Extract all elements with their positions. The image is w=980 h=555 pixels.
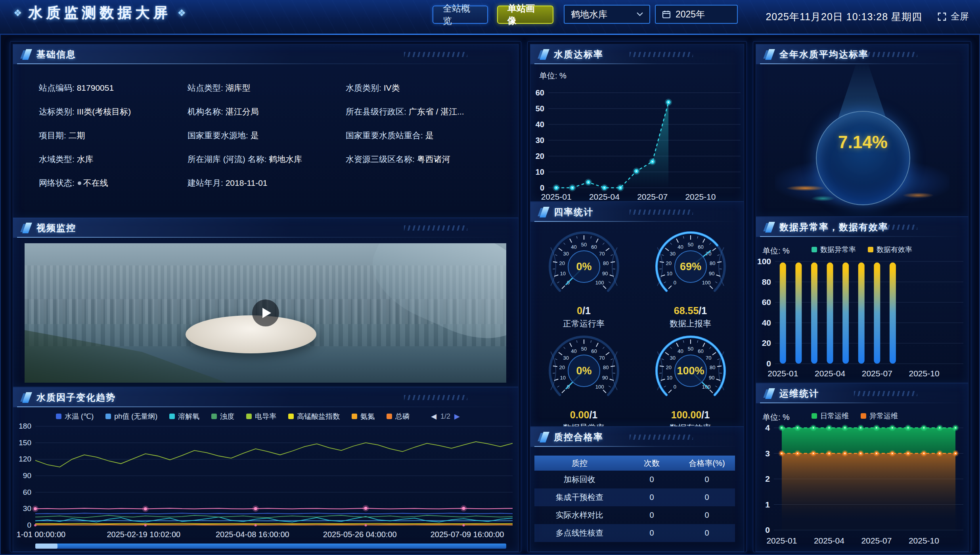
- info-field-value: 鹤地水库: [269, 154, 302, 164]
- svg-text:10: 10: [560, 271, 565, 277]
- svg-text:20: 20: [559, 364, 565, 370]
- legend-label: 总磷: [395, 412, 410, 421]
- nav-single-station-button[interactable]: 单站画像: [497, 6, 553, 24]
- year-picker[interactable]: 2025年: [655, 5, 738, 24]
- gauge-value-numerator: 68.55: [674, 305, 699, 316]
- legend-item-浊度[interactable]: 浊度: [211, 412, 234, 421]
- gauge-数据有效率: 0102030405060708090100100%100.00/1数据有效率: [640, 332, 741, 427]
- svg-text:3: 3: [765, 449, 770, 458]
- svg-text:30: 30: [23, 504, 31, 513]
- orange-glow-decor: [786, 185, 825, 191]
- svg-text:2025-04: 2025-04: [815, 369, 845, 378]
- qc-table-row: 加标回收00: [534, 471, 735, 488]
- trend-chart: 03060901201501805-01-01 00:00:002025-02-…: [16, 423, 519, 542]
- qc-table-cell: 0: [679, 488, 735, 506]
- svg-text:10: 10: [560, 375, 565, 381]
- info-field-value: 广东省 / 湛江...: [409, 107, 464, 116]
- legend-item-日常运维[interactable]: 日常运维: [812, 411, 849, 421]
- legend-item-高锰酸盐指数[interactable]: 高锰酸盐指数: [288, 412, 340, 421]
- info-field-value: 2018-11-01: [226, 178, 268, 187]
- annual-title-bar: 全年水质平均达标率: [756, 44, 968, 64]
- qc-table-cell: 实际水样对比: [534, 506, 625, 524]
- svg-text:10: 10: [536, 168, 544, 176]
- gauge-dial: 01020304050607080901000%: [542, 227, 626, 306]
- info-field-label: 所在湖库 (河流) 名称:: [188, 154, 269, 164]
- info-field-label: 建站年月:: [188, 178, 226, 187]
- svg-text:50: 50: [687, 346, 693, 352]
- qc-table-row: 集成干预检查00: [534, 488, 735, 506]
- ops-area-chart: 012342025-012025-042025-072025-10: [756, 423, 968, 548]
- svg-text:20: 20: [666, 364, 671, 370]
- svg-text:30: 30: [670, 355, 675, 361]
- legend-item-电导率[interactable]: 电导率: [246, 412, 276, 421]
- panel-title-slashes-decor: [630, 52, 693, 57]
- legend-next-arrow-icon[interactable]: ▶: [454, 412, 460, 421]
- legend-swatch: [861, 413, 866, 419]
- legend-swatch: [169, 414, 175, 419]
- legend-label: 日常运维: [820, 411, 849, 421]
- svg-text:40: 40: [536, 120, 544, 129]
- svg-text:20: 20: [536, 152, 544, 160]
- panel-title-slashes-decor: [404, 52, 467, 57]
- validity-legend: 数据异常率数据有效率: [812, 245, 912, 254]
- info-field: 项目期: 二期: [39, 130, 188, 141]
- gauges-title-bar: 四率统计: [530, 202, 744, 222]
- play-button[interactable]: [252, 299, 279, 326]
- legend-prev-arrow-icon[interactable]: ◀: [431, 412, 436, 421]
- legend-item-数据有效率[interactable]: 数据有效率: [868, 245, 912, 254]
- legend-item-氨氮[interactable]: 氨氮: [352, 412, 375, 421]
- info-field: 所在县级行政区: 广东省 / 湛江...: [346, 106, 518, 117]
- panel-title: 水质达标率: [554, 48, 603, 61]
- qc-table-row: 实际水样对比00: [534, 506, 735, 524]
- datetime-text: 2025年11月20日 10:13:28 星期四: [766, 10, 922, 23]
- panel-title-ornament: [540, 432, 549, 442]
- diamond-left-icon: ❖: [13, 8, 22, 19]
- datazoom-handle[interactable]: [35, 544, 57, 549]
- info-field-value: III类(考核目标): [77, 107, 131, 116]
- unit-label: 单位: %: [762, 412, 790, 423]
- dashboard-root: ❖ 水质监测数据大屏 ❖ 全站概览 单站画像 鹤地水库 2025年 2025年1…: [0, 0, 980, 555]
- info-field: 建站年月: 2018-11-01: [188, 177, 346, 189]
- qc-table-cell: 0: [625, 524, 679, 542]
- trend-datazoom-scrollbar[interactable]: [35, 544, 506, 549]
- info-field-label: 水域类型:: [39, 154, 77, 164]
- panel-title-ornament: [540, 207, 549, 217]
- svg-text:100: 100: [702, 280, 710, 286]
- info-field: 国家重要水质站重合: 是: [346, 130, 518, 141]
- legend-label: 浊度: [220, 412, 234, 421]
- qc-table-head: 质控次数合格率(%): [534, 456, 735, 471]
- info-field-value: 湖库型: [226, 83, 251, 92]
- info-field: 站点编码: 81790051: [39, 82, 188, 93]
- legend-item-ph值 (无量纲)[interactable]: ph值 (无量纲): [105, 412, 157, 421]
- qc-table: 质控次数合格率(%) 加标回收00集成干预检查00实际水样对比00多点线性核查0…: [534, 456, 735, 542]
- legend-item-水温 (℃)[interactable]: 水温 (℃): [56, 412, 94, 421]
- info-field-label: 机构名称:: [188, 107, 226, 116]
- nav-all-stations-button[interactable]: 全站概览: [433, 6, 488, 24]
- legend-label: 数据有效率: [877, 245, 912, 254]
- svg-text:10: 10: [666, 375, 672, 381]
- panel-title-slashes-decor: [630, 210, 693, 215]
- svg-text:0: 0: [540, 183, 544, 192]
- rate-title-bar: 水质达标率: [530, 44, 744, 64]
- svg-text:10: 10: [666, 271, 672, 277]
- panel-title-ornament: [22, 392, 32, 403]
- panel-title: 运维统计: [779, 387, 819, 400]
- gauge-value: 0/1: [577, 305, 591, 317]
- legend-item-异常运维[interactable]: 异常运维: [861, 411, 898, 421]
- svg-text:0%: 0%: [576, 261, 591, 273]
- panel-title: 基础信息: [36, 48, 76, 61]
- gauge-dial: 01020304050607080901000%: [542, 332, 626, 410]
- gauge-value: 100.00/1: [671, 409, 710, 421]
- legend-item-溶解氧[interactable]: 溶解氧: [169, 412, 199, 421]
- svg-text:100%: 100%: [677, 365, 704, 377]
- app-title: 水质监测数据大屏: [29, 3, 171, 23]
- svg-text:1: 1: [765, 500, 770, 509]
- info-field-label: 所在县级行政区:: [346, 107, 409, 116]
- fullscreen-button[interactable]: 全屏: [937, 10, 969, 23]
- legend-item-数据异常率[interactable]: 数据异常率: [812, 245, 856, 254]
- svg-text:0: 0: [766, 359, 771, 368]
- legend-item-总磷[interactable]: 总磷: [387, 412, 410, 421]
- four-rates-panel: 四率统计 01020304050607080901000%0/1正常运行率010…: [530, 202, 744, 427]
- svg-text:30: 30: [563, 251, 568, 257]
- station-select[interactable]: 鹤地水库: [564, 5, 650, 24]
